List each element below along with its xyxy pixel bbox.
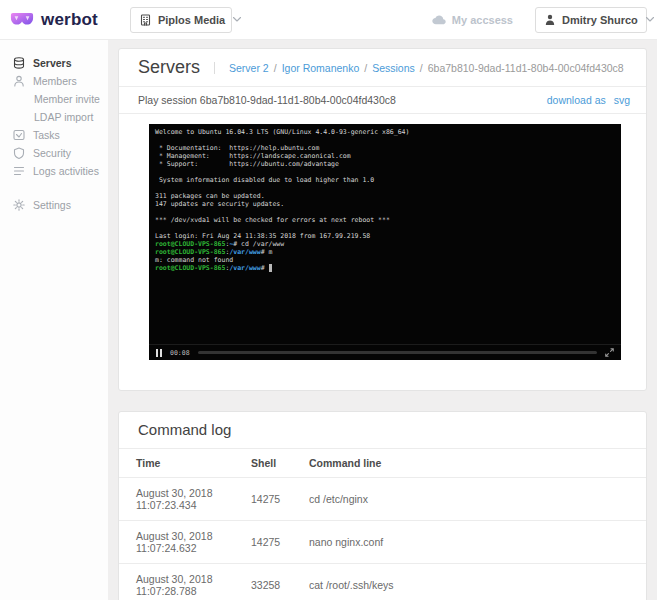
- terminal-line: * Support: https://ubuntu.com/advantage: [155, 160, 615, 168]
- player-seek-bar[interactable]: [198, 351, 597, 354]
- sidebar-item-tasks[interactable]: Tasks: [0, 126, 108, 144]
- table-header-row: Time Shell Command line: [119, 449, 646, 478]
- session-row: Play session 6ba7b810-9dad-11d1-80b4-00c…: [119, 87, 646, 114]
- cell-command: cat /root/.ssh/keys: [309, 564, 646, 600]
- breadcrumb-separator: /: [274, 62, 277, 74]
- user-icon: [13, 75, 25, 87]
- werbot-logo-icon: [10, 12, 34, 28]
- sidebar-item-settings[interactable]: Settings: [0, 196, 108, 214]
- terminal-player: Welcome to Ubuntu 16.04.3 LTS (GNU/Linux…: [149, 124, 621, 360]
- terminal-line: * Management: https://landscape.canonica…: [155, 152, 615, 160]
- table-row: August 30, 2018 11:07:23.434 14275 cd /e…: [119, 478, 646, 521]
- tasks-icon: [13, 129, 25, 141]
- terminal-screen: Welcome to Ubuntu 16.04.3 LTS (GNU/Linux…: [149, 124, 621, 344]
- breadcrumb: Server 2 / Igor Romanenko / Sessions / 6…: [214, 62, 624, 74]
- terminal-line: root@CLOUD-VPS-865:/var/www#: [155, 264, 615, 272]
- terminal-line: [155, 184, 615, 192]
- terminal-line: * Documentation: https://help.ubuntu.com: [155, 144, 615, 152]
- terminal-line: Welcome to Ubuntu 16.04.3 LTS (GNU/Linux…: [155, 128, 615, 136]
- breadcrumb-link-server[interactable]: Server 2: [229, 62, 269, 74]
- sidebar-label: Members: [33, 75, 77, 87]
- sidebar-label: LDAP import: [34, 111, 93, 123]
- shield-icon: [13, 147, 25, 159]
- terminal-line: [155, 136, 615, 144]
- cloud-icon: [432, 15, 446, 25]
- sidebar-label: Servers: [33, 57, 72, 69]
- logs-icon: [13, 165, 25, 177]
- main-content: Servers Server 2 / Igor Romanenko / Sess…: [108, 40, 657, 600]
- sidebar: Servers Members Member invite LDAP impor…: [0, 40, 108, 600]
- server-icon: [13, 57, 25, 69]
- terminal-line: m: command not found: [155, 256, 615, 264]
- gear-icon: [13, 199, 25, 211]
- company-selector[interactable]: Piplos Media: [130, 7, 232, 33]
- table-row: August 30, 2018 11:07:24.632 14275 nano …: [119, 521, 646, 564]
- user-icon: [545, 14, 555, 26]
- sidebar-item-security[interactable]: Security: [0, 144, 108, 162]
- terminal-line: root@CLOUD-VPS-865:~# cd /var/www: [155, 240, 615, 248]
- terminal-line: [155, 208, 615, 216]
- sidebar-item-member-invite[interactable]: Member invite: [0, 90, 108, 108]
- page-title: Servers: [138, 57, 214, 78]
- pause-button[interactable]: [156, 349, 162, 357]
- terminal-line: 311 packages can be updated.: [155, 192, 615, 200]
- player-controls: 00:08: [149, 344, 621, 360]
- breadcrumb-session-id: 6ba7b810-9dad-11d1-80b4-00c04fd430c8: [428, 62, 624, 74]
- user-name: Dmitry Shurco: [562, 14, 638, 26]
- terminal-line: [155, 168, 615, 176]
- chevron-down-icon: [232, 16, 242, 23]
- command-log-card: Command log Time Shell Command line Augu…: [118, 411, 647, 600]
- sidebar-label: Tasks: [33, 129, 60, 141]
- logo-text: werbot: [41, 10, 98, 30]
- sidebar-label: Logs activities: [33, 165, 99, 177]
- cell-time: August 30, 2018 11:07:24.632: [119, 521, 251, 564]
- chevron-down-icon: [645, 16, 655, 23]
- breadcrumb-separator: /: [420, 62, 423, 74]
- company-name: Piplos Media: [158, 14, 225, 26]
- cell-shell: 33258: [251, 564, 309, 600]
- fullscreen-icon[interactable]: [605, 348, 614, 357]
- sidebar-item-ldap-import[interactable]: LDAP import: [0, 108, 108, 126]
- terminal-line: root@CLOUD-VPS-865:/var/www# m: [155, 248, 615, 256]
- breadcrumb-link-member[interactable]: Igor Romanenko: [282, 62, 360, 74]
- terminal-line: Last login: Fri Aug 24 11:38:35 2018 fro…: [155, 232, 615, 240]
- play-session-label: Play session 6ba7b810-9dad-11d1-80b4-00c…: [138, 94, 396, 106]
- table-row: August 30, 2018 11:07:28.788 33258 cat /…: [119, 564, 646, 600]
- sidebar-label: Member invite: [34, 93, 100, 105]
- command-log-title: Command log: [138, 421, 231, 438]
- column-header-shell: Shell: [251, 449, 309, 478]
- cell-time: August 30, 2018 11:07:28.788: [119, 564, 251, 600]
- sidebar-label: Security: [33, 147, 71, 159]
- cell-command: nano nginx.conf: [309, 521, 646, 564]
- user-menu[interactable]: Dmitry Shurco: [535, 7, 647, 33]
- download-svg-link[interactable]: svg: [614, 94, 630, 106]
- command-log-header: Command log: [119, 412, 646, 449]
- werbot-logo[interactable]: werbot: [10, 10, 98, 30]
- building-icon: [140, 14, 151, 26]
- my-access-label: My accsess: [452, 14, 513, 26]
- cell-command: cd /etc/nginx: [309, 478, 646, 521]
- terminal-line: 147 updates are security updates.: [155, 200, 615, 208]
- sidebar-item-logs-activities[interactable]: Logs activities: [0, 162, 108, 180]
- cell-time: August 30, 2018 11:07:23.434: [119, 478, 251, 521]
- terminal-line: [155, 224, 615, 232]
- breadcrumb-link-sessions[interactable]: Sessions: [372, 62, 415, 74]
- cell-shell: 14275: [251, 521, 309, 564]
- sidebar-item-members[interactable]: Members: [0, 72, 108, 90]
- sidebar-item-servers[interactable]: Servers: [0, 54, 108, 72]
- terminal-line: *** /dev/xvda1 will be checked for error…: [155, 216, 615, 224]
- terminal-line: System information disabled due to load …: [155, 176, 615, 184]
- command-log-table: Time Shell Command line August 30, 2018 …: [119, 449, 646, 600]
- column-header-time: Time: [119, 449, 251, 478]
- terminal-wrapper: Welcome to Ubuntu 16.04.3 LTS (GNU/Linux…: [119, 114, 646, 390]
- player-time: 00:08: [170, 349, 190, 357]
- download-as-label: download as: [547, 94, 606, 106]
- card-header: Servers Server 2 / Igor Romanenko / Sess…: [119, 49, 646, 87]
- my-access-link[interactable]: My accsess: [432, 14, 513, 26]
- breadcrumb-separator: /: [364, 62, 367, 74]
- cell-shell: 14275: [251, 478, 309, 521]
- download-links: download as svg: [547, 94, 630, 106]
- top-bar: werbot Piplos Media My accsess: [0, 0, 657, 40]
- session-card: Servers Server 2 / Igor Romanenko / Sess…: [118, 48, 647, 391]
- sidebar-label: Settings: [33, 199, 71, 211]
